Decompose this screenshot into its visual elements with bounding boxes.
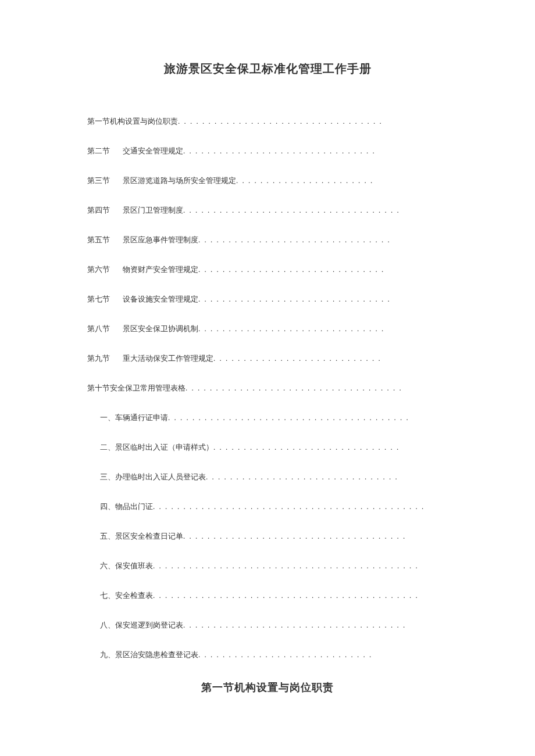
toc-entry-leader-dots: . . . . . . . . . . . . . . . . . . . . … (183, 147, 376, 155)
toc-entry-leader-dots: . . . . . . . . . . . . . . . . . . . . … (168, 414, 409, 421)
toc-entry: 第六节物资财产安全管理规定. . . . . . . . . . . . . .… (87, 266, 448, 273)
toc-entry: 四、物品出门证. . . . . . . . . . . . . . . . .… (87, 503, 448, 510)
toc-entry-label: 八、保安巡逻到岗登记表 (100, 621, 183, 629)
toc-entry-label: 一、车辆通行证申请 (100, 414, 168, 421)
toc-entry-label: 第九节 (87, 354, 110, 362)
toc-entry-leader-dots: . . . . . . . . . . . . . . . . . . . . … (153, 592, 419, 599)
toc-entry-label: 第八节 (87, 325, 110, 332)
toc-entry: 八、保安巡逻到岗登记表. . . . . . . . . . . . . . .… (87, 621, 448, 629)
toc-entry-text: 景区游览道路与场所安全管理规定 (123, 177, 236, 184)
toc-entry-label: 四、物品出门证 (100, 503, 153, 510)
toc-entry-leader-dots: . . . . . . . . . . . . . . . . . . . . … (206, 473, 398, 481)
toc-entry-label: 第六节 (87, 266, 110, 273)
toc-entry-text: 景区应急事件管理制度 (123, 236, 198, 243)
toc-entry-text: 景区门卫管理制度 (123, 206, 183, 214)
toc-entry: 三、办理临时出入证人员登记表 . . . . . . . . . . . . .… (87, 473, 448, 481)
toc-entry: 第三节景区游览道路与场所安全管理规定 . . . . . . . . . . .… (87, 177, 448, 184)
toc-entry-leader-dots: . . . . . . . . . . . . . . . . . . . . … (183, 621, 406, 629)
toc-entry: 七、安全检查表. . . . . . . . . . . . . . . . .… (87, 592, 448, 599)
toc-entry: 第四节景区门卫管理制度. . . . . . . . . . . . . . .… (87, 206, 448, 214)
toc-entry-text: 交通安全管理规定 (123, 147, 183, 155)
toc-entry: 一、车辆通行证申请. . . . . . . . . . . . . . . .… (87, 414, 448, 421)
toc-entry-leader-dots: . . . . . . . . . . . . . . . . . . . . … (198, 295, 391, 303)
page-title: 旅游景区安全保卫标准化管理工作手册 (87, 61, 448, 77)
toc-entry-label: 六、保安值班表 (100, 562, 153, 569)
toc-entry: 第五节景区应急事件管理制度. . . . . . . . . . . . . .… (87, 236, 448, 243)
toc-entry-label: 第十节安全保卫常用管理表格 (87, 384, 186, 392)
toc-entry: 六、保安值班表. . . . . . . . . . . . . . . . .… (87, 562, 448, 569)
toc-entry: 第七节设备设施安全管理规定. . . . . . . . . . . . . .… (87, 295, 448, 303)
toc-entry-label: 第七节 (87, 295, 110, 303)
toc-entry: 二、景区临时出入证（申请样式） . . . . . . . . . . . . … (87, 443, 448, 451)
toc-entry-text: 设备设施安全管理规定 (123, 295, 198, 303)
toc-entry-leader-dots: . . . . . . . . . . . . . . . . . . . . … (213, 354, 381, 362)
toc-entry-leader-dots: . . . . . . . . . . . . . . . . . . . . … (236, 177, 373, 184)
toc-entry: 第一节机构设置与岗位职责. . . . . . . . . . . . . . … (87, 117, 448, 125)
toc-entry-leader-dots: . . . . . . . . . . . . . . . . . . . . … (183, 206, 400, 214)
toc-entry: 第九节重大活动保安工作管理规定. . . . . . . . . . . . .… (87, 354, 448, 362)
toc-entry-text: 景区安全保卫协调机制 (123, 325, 198, 332)
table-of-contents: 第一节机构设置与岗位职责. . . . . . . . . . . . . . … (87, 117, 448, 658)
toc-entry-label: 三、办理临时出入证人员登记表 (100, 473, 206, 481)
toc-entry-label: 五、景区安全检查日记单 (100, 532, 183, 540)
toc-entry-label: 第一节机构设置与岗位职责 (87, 117, 178, 125)
toc-entry-leader-dots: . . . . . . . . . . . . . . . . . . . . … (213, 443, 400, 451)
toc-entry: 九、景区治安隐患检查登记表 . . . . . . . . . . . . . … (87, 651, 448, 658)
toc-entry-leader-dots: . . . . . . . . . . . . . . . . . . . . … (198, 236, 391, 243)
toc-entry-label: 第四节 (87, 206, 110, 214)
toc-entry-label: 第二节 (87, 147, 110, 155)
toc-entry-leader-dots: . . . . . . . . . . . . . . . . . . . . … (186, 384, 402, 392)
toc-entry-leader-dots: . . . . . . . . . . . . . . . . . . . . … (198, 325, 384, 332)
toc-entry-leader-dots: . . . . . . . . . . . . . . . . . . . . … (198, 266, 384, 273)
toc-entry-label: 七、安全检查表 (100, 592, 153, 599)
toc-entry-label: 第三节 (87, 177, 110, 184)
toc-entry-text: 重大活动保安工作管理规定 (123, 354, 213, 362)
document-page: 旅游景区安全保卫标准化管理工作手册 第一节机构设置与岗位职责. . . . . … (0, 0, 535, 729)
toc-entry-leader-dots: . . . . . . . . . . . . . . . . . . . . … (183, 532, 406, 540)
toc-entry-leader-dots: . . . . . . . . . . . . . . . . . . . . … (153, 562, 419, 569)
toc-entry-leader-dots: . . . . . . . . . . . . . . . . . . . . … (198, 651, 372, 658)
toc-entry-leader-dots: . . . . . . . . . . . . . . . . . . . . … (153, 503, 425, 510)
toc-entry: 五、景区安全检查日记单. . . . . . . . . . . . . . .… (87, 532, 448, 540)
toc-entry-text: 物资财产安全管理规定 (123, 266, 198, 273)
toc-entry-label: 二、景区临时出入证（申请样式） (100, 443, 213, 451)
toc-entry: 第二节交通安全管理规定. . . . . . . . . . . . . . .… (87, 147, 448, 155)
toc-entry-leader-dots: . . . . . . . . . . . . . . . . . . . . … (178, 117, 383, 125)
toc-entry: 第八节景区安全保卫协调机制 . . . . . . . . . . . . . … (87, 325, 448, 332)
toc-entry-label: 九、景区治安隐患检查登记表 (100, 651, 198, 658)
section-heading: 第一节机构设置与岗位职责 (87, 680, 448, 694)
toc-entry-label: 第五节 (87, 236, 110, 243)
toc-entry: 第十节安全保卫常用管理表格. . . . . . . . . . . . . .… (87, 384, 448, 392)
